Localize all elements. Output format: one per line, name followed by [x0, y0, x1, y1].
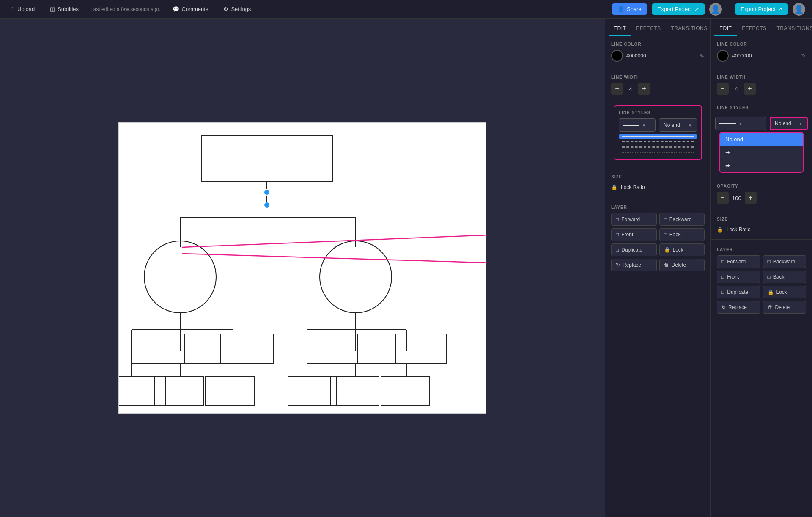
back-icon-2: □ [768, 274, 771, 280]
arrow-option-2-2[interactable]: ➡ [720, 159, 803, 172]
size-section-2: SIZE 🔒 Lock Ratio [711, 211, 812, 238]
front-icon-1: □ [616, 232, 619, 238]
line-width-increase-2[interactable]: + [744, 83, 756, 95]
lock-icon-2: 🔒 [717, 227, 723, 233]
replace-btn-2[interactable]: ↻ Replace [717, 301, 760, 314]
size-label-1: SIZE [611, 175, 705, 179]
svg-point-3 [264, 189, 270, 195]
line-color-row-2: #000000 ✎ [717, 50, 806, 62]
color-value-1: #000000 [626, 53, 646, 59]
delete-btn-1[interactable]: 🗑 Delete [659, 259, 705, 271]
layer-grid-2: □ Forward □ Backward □ Front □ Back □ [717, 255, 806, 314]
svg-point-2 [264, 202, 270, 208]
line-width-decrease-2[interactable]: − [717, 83, 729, 95]
line-width-section-2: LINE WIDTH − 4 + [711, 69, 812, 98]
line-option-dotted-1[interactable] [619, 145, 697, 150]
last-edited-status: Last edited a few seconds ago. [91, 6, 160, 12]
duplicate-btn-2[interactable]: □ Duplicate [717, 286, 760, 298]
no-end-option-2[interactable]: No end [720, 133, 803, 146]
line-width-label-2: LINE WIDTH [717, 75, 806, 79]
tab-edit-2[interactable]: EDIT [714, 22, 737, 36]
delete-btn-2[interactable]: 🗑 Delete [763, 301, 807, 314]
canvas-area[interactable] [0, 19, 605, 517]
lock-ratio-btn-1[interactable]: 🔒 Lock Ratio [611, 183, 645, 192]
opacity-increase-2[interactable]: + [745, 192, 757, 204]
line-color-label-1: LINE COLOR [611, 42, 705, 47]
layer-grid-1: □ Forward □ Backward □ Front □ Back □ [611, 213, 705, 271]
front-btn-2[interactable]: □ Front [717, 271, 760, 283]
svg-point-7 [144, 241, 216, 313]
canvas-content [118, 122, 486, 414]
svg-rect-28 [358, 334, 447, 364]
delete-icon-2: 🗑 [768, 304, 773, 310]
replace-btn-1[interactable]: ↻ Replace [611, 259, 657, 271]
main-layout: EDIT EFFECTS TRANSITIONS LINE COLOR #000… [0, 19, 812, 517]
end-style-arrow-1: ▼ [688, 123, 692, 128]
line-width-decrease-1[interactable]: − [611, 83, 623, 95]
lock-layer-icon-2: 🔒 [768, 289, 774, 295]
export-icon-1: ↗ [694, 6, 699, 12]
color-picker-icon-2[interactable]: ✎ [801, 52, 806, 59]
settings-icon: ⚙ [223, 6, 228, 12]
front-btn-1[interactable]: □ Front [611, 228, 657, 241]
lock-btn-1[interactable]: 🔒 Lock [659, 243, 705, 256]
backward-btn-2[interactable]: □ Backward [763, 255, 807, 268]
tab-transitions-1[interactable]: TRANSITIONS [666, 22, 710, 36]
export-button-1[interactable]: Export Project ↗ [652, 3, 705, 15]
line-width-increase-1[interactable]: + [638, 83, 650, 95]
right-panel-1: EDIT EFFECTS TRANSITIONS LINE COLOR #000… [605, 19, 710, 517]
line-style-dropdown-1[interactable]: ▼ [619, 118, 656, 132]
color-swatch-2[interactable] [717, 50, 729, 62]
svg-line-36 [182, 254, 487, 266]
color-swatch-1[interactable] [611, 50, 623, 62]
opacity-decrease-2[interactable]: − [717, 192, 729, 204]
backward-btn-1[interactable]: □ Backward [659, 213, 705, 226]
end-style-wrapper-2: No end ▼ [770, 117, 808, 130]
lock-btn-2[interactable]: 🔒 Lock [763, 286, 807, 298]
back-btn-2[interactable]: □ Back [763, 271, 807, 283]
svg-line-35 [182, 235, 487, 247]
layer-label-2: LAYER [717, 247, 806, 252]
duplicate-btn-1[interactable]: □ Duplicate [611, 243, 657, 256]
arrow-option-1-2[interactable]: ➡ [720, 146, 803, 159]
line-width-section-1: LINE WIDTH − 4 + [605, 69, 710, 98]
upload-button[interactable]: ⇧ Upload [7, 4, 38, 14]
export-button-2[interactable]: Export Project ↗ [735, 3, 788, 15]
forward-btn-2[interactable]: □ Forward [717, 255, 760, 268]
panel-2-tabs: EDIT EFFECTS TRANSITIONS [711, 19, 812, 36]
panel-1-tabs: EDIT EFFECTS TRANSITIONS [605, 19, 710, 36]
settings-button[interactable]: ⚙ Settings [220, 4, 254, 14]
subtitles-button[interactable]: ◫ Subtitles [47, 4, 82, 14]
duplicate-icon-2: □ [721, 289, 724, 295]
color-picker-icon-1[interactable]: ✎ [700, 52, 705, 59]
share-button[interactable]: 👤 Share [612, 3, 647, 15]
forward-icon-2: □ [721, 259, 724, 265]
end-style-dropdown-1[interactable]: No end ▼ [659, 118, 697, 132]
comments-icon: 💬 [173, 6, 179, 12]
replace-icon-2: ↻ [721, 304, 726, 310]
svg-point-8 [320, 241, 392, 313]
line-styles-label-2: LINE STYLES [715, 105, 808, 113]
line-option-dotted2-1[interactable] [619, 150, 697, 155]
tab-edit-1[interactable]: EDIT [609, 22, 631, 36]
svg-rect-20 [119, 376, 165, 406]
lock-icon-1: 🔒 [611, 184, 617, 190]
line-option-solid-1[interactable] [619, 134, 697, 139]
line-style-dropdown-2[interactable]: ▼ [715, 117, 766, 130]
comments-button[interactable]: 💬 Comments [169, 4, 212, 14]
opacity-value-2: 100 [732, 195, 741, 201]
opacity-label-2: OPACITY [717, 184, 806, 189]
line-styles-container-1: LINE STYLES ▼ No end ▼ [605, 102, 710, 165]
line-option-dashed-1[interactable] [619, 140, 697, 144]
lock-ratio-btn-2[interactable]: 🔒 Lock Ratio [717, 225, 751, 234]
end-style-dropdown-2[interactable]: No end ▼ [770, 117, 808, 130]
line-color-section-2: LINE COLOR #000000 ✎ [711, 36, 812, 65]
tab-effects-2[interactable]: EFFECTS [737, 22, 771, 36]
svg-rect-27 [307, 334, 396, 364]
tab-effects-1[interactable]: EFFECTS [631, 22, 666, 36]
opacity-section-2: OPACITY − 100 + [711, 178, 812, 207]
line-width-control-1: − 4 + [611, 83, 705, 95]
forward-btn-1[interactable]: □ Forward [611, 213, 657, 226]
back-btn-1[interactable]: □ Back [659, 228, 705, 241]
tab-transitions-2[interactable]: TRANSITIONS [772, 22, 812, 36]
